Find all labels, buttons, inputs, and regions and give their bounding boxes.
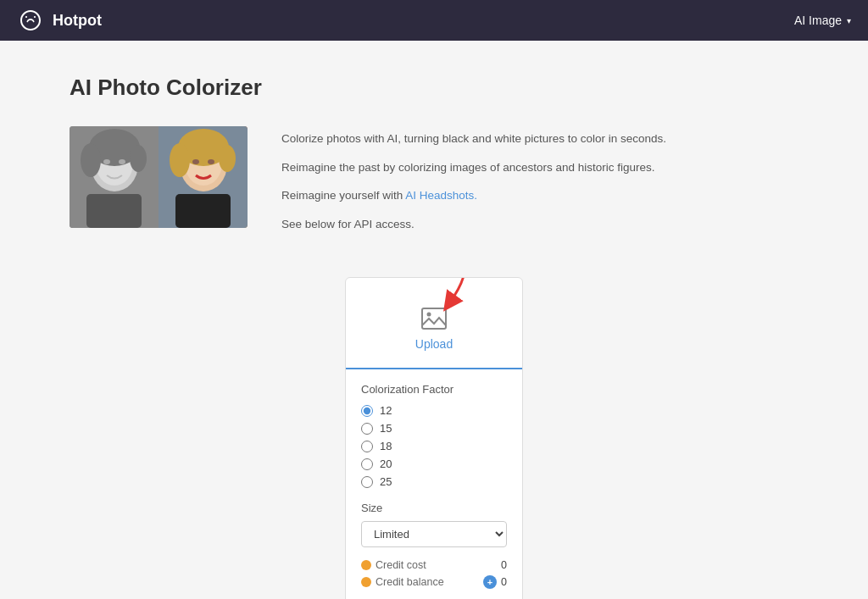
- credit-balance-label: Credit balance: [376, 576, 444, 588]
- colorization-factor-group: 12 15 18 20: [361, 404, 507, 488]
- description-line2: Reimagine the past by colorizing images …: [281, 158, 798, 177]
- ai-image-nav[interactable]: AI Image ▾: [794, 14, 851, 27]
- radio-item-12[interactable]: 12: [361, 404, 507, 417]
- description: Colorize photos with AI, turning black a…: [281, 126, 798, 243]
- preview-bw-half: [70, 126, 159, 228]
- credit-cost-label-row: Credit cost: [361, 559, 426, 571]
- radio-18-label: 18: [380, 440, 392, 452]
- radio-item-20[interactable]: 20: [361, 458, 507, 470]
- credit-cost-dot: [361, 560, 371, 570]
- size-label: Size: [361, 502, 507, 514]
- upload-zone[interactable]: Upload: [346, 278, 522, 369]
- svg-point-6: [103, 159, 110, 164]
- credit-balance-value: 0: [501, 576, 507, 588]
- preview-image: [70, 126, 248, 228]
- description-line3: Reimagine yourself with AI Headshots.: [281, 186, 798, 205]
- tool-container: Upload Colorization Factor 12 15: [70, 277, 798, 599]
- radio-20-label: 20: [380, 458, 392, 470]
- logo-icon: [17, 7, 44, 34]
- logo: Hotpot: [17, 7, 102, 34]
- size-select[interactable]: Limited Standard Large: [361, 521, 507, 547]
- svg-point-4: [81, 143, 101, 177]
- settings-section: Colorization Factor 12 15 18: [346, 369, 522, 599]
- credit-balance-row: Credit balance + 0: [361, 575, 507, 589]
- header: Hotpot AI Image ▾: [0, 0, 868, 41]
- radio-item-18[interactable]: 18: [361, 440, 507, 452]
- svg-point-5: [130, 145, 147, 172]
- svg-rect-19: [422, 308, 446, 329]
- credit-cost-label: Credit cost: [376, 559, 426, 571]
- svg-rect-17: [175, 194, 231, 228]
- ai-headshots-link[interactable]: AI Headshots.: [405, 189, 477, 202]
- add-credit-button[interactable]: +: [483, 575, 497, 589]
- page-title: AI Photo Colorizer: [70, 75, 798, 101]
- radio-15[interactable]: [361, 423, 373, 435]
- radio-item-25[interactable]: 25: [361, 475, 507, 488]
- radio-25[interactable]: [361, 476, 373, 488]
- radio-12-label: 12: [380, 404, 392, 417]
- radio-25-label: 25: [380, 475, 392, 488]
- nav-label: AI Image: [794, 14, 842, 27]
- svg-point-13: [170, 143, 190, 177]
- svg-point-14: [219, 145, 236, 172]
- upload-area: [419, 303, 449, 337]
- main-content: AI Photo Colorizer: [53, 41, 815, 599]
- tool-card: Upload Colorization Factor 12 15: [345, 277, 523, 599]
- svg-point-16: [208, 159, 214, 164]
- chevron-down-icon: ▾: [847, 16, 851, 25]
- top-section: Colorize photos with AI, turning black a…: [70, 126, 798, 243]
- radio-15-label: 15: [380, 422, 392, 435]
- svg-point-20: [427, 313, 431, 317]
- radio-12[interactable]: [361, 405, 373, 417]
- api-line: See below for API access.: [281, 215, 798, 234]
- svg-rect-8: [86, 194, 142, 228]
- credit-balance-value-row: + 0: [483, 575, 507, 589]
- credit-balance-dot: [361, 577, 371, 587]
- image-upload-icon: [419, 303, 449, 334]
- radio-item-15[interactable]: 15: [361, 422, 507, 435]
- radio-20[interactable]: [361, 458, 373, 470]
- upload-label[interactable]: Upload: [415, 337, 453, 351]
- logo-text: Hotpot: [53, 12, 102, 30]
- preview-color-half: [159, 126, 248, 228]
- credit-balance-label-row: Credit balance: [361, 576, 444, 588]
- svg-point-7: [119, 159, 125, 164]
- radio-18[interactable]: [361, 441, 373, 452]
- credit-cost-value: 0: [501, 559, 507, 571]
- svg-point-15: [192, 159, 199, 164]
- credit-cost-row: Credit cost 0: [361, 559, 507, 571]
- colorization-factor-label: Colorization Factor: [361, 383, 507, 396]
- description-line1: Colorize photos with AI, turning black a…: [281, 130, 798, 148]
